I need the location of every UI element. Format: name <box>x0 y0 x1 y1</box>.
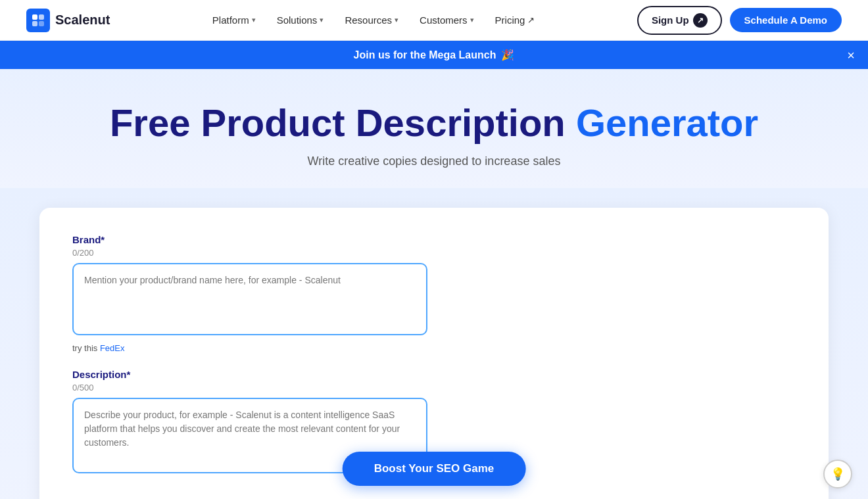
chevron-down-icon: ▾ <box>395 16 398 24</box>
nav-item-pricing[interactable]: Pricing ↗ <box>486 9 544 31</box>
boost-button-container: Boost Your SEO Game <box>343 452 526 486</box>
arrow-icon: ↗ <box>693 13 708 28</box>
svg-rect-2 <box>32 21 37 26</box>
navbar: Scalenut Platform ▾ Solutions ▾ Resource… <box>0 0 868 41</box>
nav-solutions-label: Solutions <box>277 14 318 26</box>
boost-button-label: Boost Your SEO Game <box>374 462 494 475</box>
logo-icon <box>26 9 50 32</box>
nav-customers-label: Customers <box>420 14 468 26</box>
nav-resources-label: Resources <box>345 14 392 26</box>
brand-count: 0/200 <box>72 248 796 258</box>
external-link-icon: ↗ <box>527 15 535 25</box>
hero-title-blue: Generator <box>576 101 758 144</box>
nav-pricing-label: Pricing <box>495 14 525 26</box>
nav-platform-label: Platform <box>212 14 249 26</box>
brand-textarea[interactable] <box>72 263 427 335</box>
party-emoji: 🎉 <box>501 49 514 61</box>
nav-item-customers[interactable]: Customers ▾ <box>410 9 483 31</box>
schedule-demo-button[interactable]: Schedule A Demo <box>730 8 842 32</box>
try-fedex-link[interactable]: FedEx <box>100 343 125 353</box>
brand-field-group: Brand* 0/200 try this FedEx <box>72 234 796 353</box>
nav-item-solutions[interactable]: Solutions ▾ <box>268 9 333 31</box>
signup-label: Sign Up <box>652 14 689 26</box>
description-label: Description* <box>72 369 796 380</box>
chevron-down-icon: ▾ <box>320 16 324 24</box>
nav-item-resources[interactable]: Resources ▾ <box>335 9 408 31</box>
description-count: 0/500 <box>72 383 796 392</box>
nav-item-platform[interactable]: Platform ▾ <box>203 9 265 31</box>
hero-section: Free Product Description Generator Write… <box>0 69 868 188</box>
announcement-banner: Join us for the Mega Launch 🎉 × <box>0 41 868 69</box>
svg-rect-3 <box>39 21 44 26</box>
nav-menu: Platform ▾ Solutions ▾ Resources ▾ Custo… <box>203 9 544 31</box>
hero-title-dark: Free Product Description <box>110 101 566 144</box>
signup-button[interactable]: Sign Up ↗ <box>637 6 722 35</box>
try-this-hint: try this FedEx <box>72 343 796 353</box>
hero-title: Free Product Description Generator <box>26 102 842 144</box>
schedule-label: Schedule A Demo <box>744 14 827 26</box>
chevron-down-icon: ▾ <box>252 16 256 24</box>
floating-help-icon[interactable]: 💡 <box>823 460 852 488</box>
logo-text: Scalenut <box>55 12 110 28</box>
navbar-actions: Sign Up ↗ Schedule A Demo <box>637 6 842 35</box>
banner-close-button[interactable]: × <box>847 49 855 62</box>
svg-rect-0 <box>32 14 37 20</box>
chevron-down-icon: ▾ <box>470 16 474 24</box>
banner-text: Join us for the Mega Launch <box>354 49 496 61</box>
svg-rect-1 <box>39 14 44 20</box>
brand-label: Brand* <box>72 234 796 245</box>
boost-seo-button[interactable]: Boost Your SEO Game <box>343 452 526 486</box>
logo[interactable]: Scalenut <box>26 9 110 32</box>
hero-subtitle: Write creative copies designed to increa… <box>26 154 842 168</box>
